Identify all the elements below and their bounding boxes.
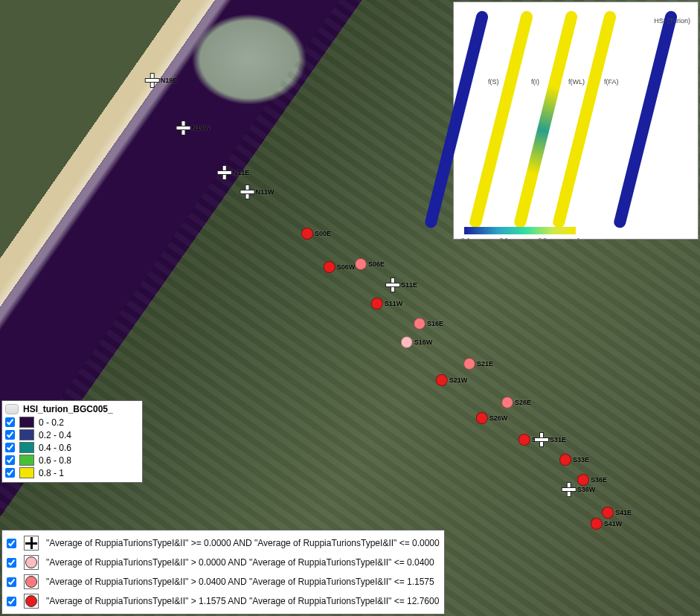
site-label: S11W [385, 300, 403, 307]
legend-hsi-row: 0.4 - 0.6 [5, 441, 139, 454]
site-S33E[interactable]: S33E [559, 454, 589, 466]
legend-swatch [19, 455, 34, 466]
site-label: S16E [427, 320, 443, 327]
legend-checkbox[interactable] [5, 443, 15, 452]
legend-hsi-title: HSI_turion_BGC005_ [23, 404, 113, 414]
site-N11E[interactable]: N11E [218, 166, 250, 179]
site-S36W[interactable]: S36W [562, 483, 596, 496]
legend-class-row: "Average of RuppiaTurionsTypeI&II" >= 0.… [7, 533, 440, 553]
legend-checkbox[interactable] [7, 539, 16, 548]
cross-icon [535, 433, 548, 446]
dot-icon [414, 318, 426, 330]
site-label: S21E [477, 360, 493, 368]
legend-swatch [19, 417, 34, 428]
legend-checkbox[interactable] [5, 455, 15, 465]
cross-icon [562, 483, 576, 496]
site-label: S33E [573, 456, 589, 463]
legend-hsi: HSI_turion_BGC005_ 0 - 0.20.2 - 0.40.4 -… [1, 400, 143, 483]
legend-checkbox[interactable] [7, 577, 16, 587]
inset-label-fI: f(I) [531, 78, 539, 86]
legend-class: "Average of RuppiaTurionsTypeI&II" >= 0.… [1, 530, 445, 615]
dot-icon [301, 228, 313, 240]
inset-colorbar [464, 227, 576, 234]
tick: 1 [577, 237, 580, 243]
site-label: S41W [604, 520, 623, 527]
site-S16E[interactable]: S16E [414, 318, 443, 330]
cross-icon [386, 278, 399, 292]
site-S00E[interactable]: S00E [301, 228, 331, 240]
legend-class-row: "Average of RuppiaTurionsTypeI&II" > 0.0… [7, 553, 440, 572]
site-label: S26E [515, 399, 531, 406]
site-S21W[interactable]: S21W [436, 374, 468, 386]
inset-label-HSI: HSI (Turion) [654, 17, 690, 25]
site-label: S11E [401, 281, 417, 289]
site-label: S26W [489, 414, 508, 422]
legend-hsi-row: 0 - 0.2 [5, 416, 139, 429]
site-S06W[interactable]: S06W [324, 261, 356, 273]
tick: 0.6 [500, 237, 508, 243]
dot-icon [24, 574, 39, 589]
legend-hsi-row: 0.2 - 0.4 [5, 429, 139, 441]
site-label: N11W [255, 188, 274, 196]
site-S06E[interactable]: S06E [355, 258, 385, 270]
site-S16W[interactable]: S16W [401, 336, 433, 348]
dot-icon [371, 298, 383, 309]
legend-checkbox[interactable] [5, 468, 15, 478]
legend-class-text: "Average of RuppiaTurionsTypeI&II" > 0.0… [46, 577, 434, 587]
legend-checkbox[interactable] [7, 558, 16, 568]
lake-feature [175, 0, 324, 108]
site-label: S31E [550, 436, 566, 443]
legend-class-text: "Average of RuppiaTurionsTypeI&II" >= 0.… [46, 538, 440, 548]
dot-icon [501, 397, 513, 408]
dot-icon [24, 594, 39, 609]
legend-checkbox[interactable] [5, 417, 15, 427]
site-S11E[interactable]: S11E [386, 278, 417, 292]
site-S26W[interactable]: S26W [476, 412, 508, 424]
legend-label: 0 - 0.2 [39, 417, 64, 428]
legend-class-text: "Average of RuppiaTurionsTypeI&II" > 1.1… [46, 596, 439, 606]
dot-icon [476, 412, 488, 424]
dot-icon [24, 555, 39, 570]
site-N19W[interactable]: N19W [176, 121, 210, 135]
site-S41E[interactable]: S41E [602, 507, 632, 519]
site-N19E[interactable]: N19E [146, 74, 178, 87]
site-S41W[interactable]: S41W [591, 518, 623, 530]
inset-label-fS: f(S) [488, 78, 499, 86]
dot-icon [559, 454, 571, 466]
legend-class-text: "Average of RuppiaTurionsTypeI&II" > 0.0… [46, 557, 434, 568]
dot-icon [324, 261, 335, 273]
site-label: S41E [615, 509, 632, 516]
cross-icon [176, 121, 190, 135]
legend-hsi-row: 0.6 - 0.8 [5, 454, 139, 466]
dot-icon [518, 434, 530, 446]
legend-label: 0.6 - 0.8 [39, 455, 71, 466]
site-label: S16W [414, 339, 433, 346]
site-S11W[interactable]: S11W [371, 298, 403, 309]
cross-icon [146, 74, 159, 87]
site-label: N19W [191, 124, 210, 132]
dot-icon [436, 374, 448, 386]
cross-icon [240, 185, 254, 199]
site-N11W[interactable]: N11W [240, 185, 274, 199]
dot-icon [463, 358, 475, 370]
layer-icon [5, 404, 19, 414]
site-label: S06E [368, 260, 385, 268]
inset-label-fWL: f(WL) [568, 78, 585, 86]
site-label: S00E [315, 230, 331, 237]
site-S31E[interactable]: S31E [535, 433, 566, 446]
legend-class-row: "Average of RuppiaTurionsTypeI&II" > 0.0… [7, 572, 440, 591]
legend-swatch [19, 467, 34, 478]
cross-icon [218, 166, 231, 179]
inset-panel: f(S) f(I) f(WL) f(FA) HSI (Turion) 0.4 0… [453, 1, 699, 240]
site-S21E[interactable]: S21E [463, 358, 493, 370]
site-S26E[interactable]: S26E [501, 397, 531, 408]
legend-checkbox[interactable] [7, 597, 16, 606]
dot-icon [401, 336, 413, 348]
legend-label: 0.8 - 1 [39, 468, 64, 478]
dot-icon [355, 258, 367, 270]
legend-checkbox[interactable] [5, 430, 15, 440]
site-label: S36W [577, 486, 596, 493]
tick: 0.4 [461, 237, 469, 243]
cross-icon [24, 536, 39, 551]
legend-swatch [19, 442, 34, 453]
